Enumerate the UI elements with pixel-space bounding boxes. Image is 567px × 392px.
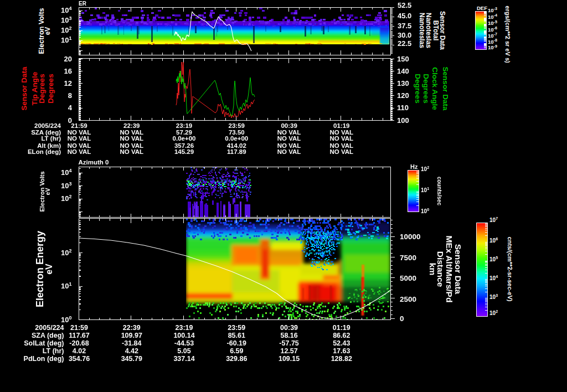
- svg-text:Sensor Data: Sensor Data: [453, 244, 463, 295]
- svg-text:NO VAL: NO VAL: [277, 135, 301, 142]
- svg-text:Distance: Distance: [436, 251, 445, 287]
- svg-text:BTotal: BTotal: [432, 20, 440, 40]
- svg-text:Nanoteslas: Nanoteslas: [418, 13, 426, 48]
- svg-text:23:59: 23:59: [229, 122, 245, 129]
- svg-text:01:19: 01:19: [333, 122, 349, 129]
- svg-text:10000: 10000: [400, 233, 421, 241]
- svg-text:NO VAL: NO VAL: [120, 142, 144, 149]
- svg-text:NO VAL: NO VAL: [330, 142, 354, 149]
- svg-text:NO VAL: NO VAL: [120, 129, 144, 136]
- svg-text:-20.68: -20.68: [69, 339, 89, 347]
- svg-text:counts/sec: counts/sec: [436, 177, 442, 206]
- svg-text:Sensor Data: Sensor Data: [20, 66, 28, 110]
- svg-text:SZA (deg): SZA (deg): [32, 332, 64, 339]
- svg-text:52.5: 52.5: [398, 1, 411, 9]
- svg-text:DEF: DEF: [477, 5, 487, 11]
- svg-text:20: 20: [64, 55, 72, 63]
- svg-text:Degrees: Degrees: [38, 74, 46, 103]
- svg-text:354.76: 354.76: [69, 355, 90, 363]
- svg-text:7500: 7500: [400, 254, 416, 262]
- svg-text:NO VAL: NO VAL: [277, 129, 301, 136]
- svg-text:117.67: 117.67: [69, 332, 90, 339]
- svg-text:21:59: 21:59: [70, 324, 88, 332]
- svg-text:86.62: 86.62: [333, 332, 350, 339]
- svg-text:-57.75: -57.75: [279, 339, 298, 347]
- svg-text:SZA (deg): SZA (deg): [31, 129, 61, 136]
- svg-text:NO VAL: NO VAL: [120, 148, 144, 155]
- svg-text:85.61: 85.61: [228, 332, 245, 339]
- svg-text:5.05: 5.05: [177, 347, 190, 355]
- svg-text:Sensor Data: Sensor Data: [439, 11, 446, 50]
- svg-text:414.02: 414.02: [227, 142, 246, 149]
- svg-text:Alt (km): Alt (km): [37, 142, 61, 149]
- svg-text:NO VAL: NO VAL: [330, 148, 354, 155]
- svg-text:150: 150: [397, 55, 409, 63]
- svg-text:357.26: 357.26: [174, 142, 194, 149]
- svg-text:22:39: 22:39: [123, 122, 140, 129]
- svg-text:Degrees: Degrees: [47, 74, 55, 103]
- svg-text:-44.53: -44.53: [174, 339, 194, 347]
- svg-text:17.63: 17.63: [333, 347, 350, 355]
- svg-text:57.29: 57.29: [176, 129, 192, 136]
- svg-text:ergs/(cm**2 sr eV s): ergs/(cm**2 sr eV s): [504, 6, 511, 63]
- svg-text:NO VAL: NO VAL: [330, 135, 354, 142]
- svg-text:22.5: 22.5: [398, 39, 411, 48]
- svg-text:ER: ER: [79, 1, 87, 7]
- svg-text:eV: eV: [44, 188, 51, 195]
- svg-text:Sensor Data: Sensor Data: [441, 67, 450, 111]
- svg-text:4: 4: [68, 104, 73, 112]
- svg-text:109.97: 109.97: [121, 332, 142, 339]
- svg-text:NO VAL: NO VAL: [277, 148, 301, 155]
- svg-text:117.89: 117.89: [227, 148, 246, 155]
- svg-text:329.86: 329.86: [226, 355, 247, 363]
- svg-text:23:59: 23:59: [228, 324, 245, 332]
- svg-text:8: 8: [68, 91, 72, 100]
- svg-text:100: 100: [397, 116, 409, 125]
- svg-text:30.0: 30.0: [398, 31, 411, 39]
- svg-text:2005/224: 2005/224: [34, 122, 61, 129]
- svg-text:LT (hr): LT (hr): [43, 347, 64, 355]
- svg-text:58.16: 58.16: [280, 332, 297, 339]
- svg-text:45.0: 45.0: [398, 12, 411, 20]
- svg-text:NO VAL: NO VAL: [68, 148, 91, 155]
- svg-text:-31.84: -31.84: [122, 339, 141, 347]
- svg-text:SolLat (deg): SolLat (deg): [24, 339, 64, 347]
- svg-text:5000: 5000: [400, 274, 416, 282]
- svg-text:23:19: 23:19: [176, 122, 192, 129]
- svg-text:0: 0: [400, 314, 404, 323]
- svg-text:NO VAL: NO VAL: [68, 135, 91, 142]
- svg-text:ELon (deg): ELon (deg): [28, 148, 61, 155]
- svg-text:LT (hr): LT (hr): [41, 135, 61, 142]
- svg-text:110: 110: [397, 104, 409, 112]
- svg-text:73.50: 73.50: [229, 129, 245, 136]
- svg-text:Degrees: Degrees: [414, 74, 422, 103]
- svg-text:100.14: 100.14: [173, 332, 194, 339]
- svg-text:0.0e+00: 0.0e+00: [225, 135, 248, 142]
- svg-text:Degrees: Degrees: [422, 74, 430, 103]
- svg-text:12.57: 12.57: [280, 347, 297, 355]
- svg-text:01:19: 01:19: [333, 324, 350, 332]
- svg-text:00:39: 00:39: [280, 324, 298, 332]
- svg-text:109.15: 109.15: [279, 355, 300, 363]
- svg-text:00:39: 00:39: [281, 122, 297, 129]
- svg-text:6.59: 6.59: [230, 347, 243, 355]
- svg-text:2005/224: 2005/224: [35, 324, 64, 332]
- svg-text:337.14: 337.14: [173, 355, 194, 363]
- svg-text:NO VAL: NO VAL: [68, 129, 91, 136]
- svg-text:4.42: 4.42: [125, 347, 138, 355]
- svg-text:MEx Alt/Mars/Pd: MEx Alt/Mars/Pd: [445, 236, 454, 303]
- svg-text:PdLon (deg): PdLon (deg): [24, 355, 64, 363]
- svg-text:Nanoteslas: Nanoteslas: [425, 13, 432, 48]
- svg-text:345.79: 345.79: [121, 355, 142, 363]
- svg-text:cnts/(cm**2-sr-sec-eV): cnts/(cm**2-sr-sec-eV): [507, 237, 513, 302]
- svg-text:21:59: 21:59: [71, 122, 87, 129]
- svg-text:130: 130: [397, 79, 409, 87]
- svg-text:Azimuth 0: Azimuth 0: [79, 159, 109, 166]
- svg-text:Hz: Hz: [410, 163, 418, 170]
- svg-text:2500: 2500: [400, 295, 416, 303]
- svg-text:52.43: 52.43: [333, 339, 350, 347]
- svg-text:120: 120: [397, 91, 409, 100]
- svg-text:-60.19: -60.19: [227, 339, 246, 347]
- svg-text:eV: eV: [44, 264, 54, 275]
- svg-text:37.5: 37.5: [398, 22, 411, 30]
